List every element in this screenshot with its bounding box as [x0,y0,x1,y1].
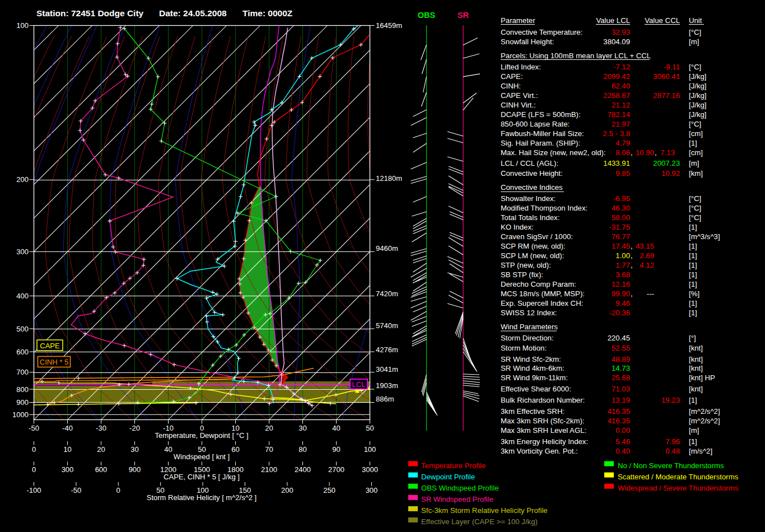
svg-text:CAPE Virt.:: CAPE Virt.: [501,91,538,100]
svg-text:[J/kg]: [J/kg] [689,91,707,100]
svg-text:[m]: [m] [689,159,699,167]
svg-text:52.55: 52.55 [612,344,630,352]
svg-text:5.46: 5.46 [615,437,630,446]
svg-text:Convective Indices: Convective Indices [501,183,563,192]
svg-text:2100: 2100 [261,465,277,474]
svg-text:886m: 886m [376,395,394,403]
svg-text:2.69: 2.69 [640,251,654,260]
svg-text:80: 80 [298,445,306,454]
svg-text:Storm Relative Helicity [ m^2: Storm Relative Helicity [ m^2/s^2 ] [147,493,256,502]
svg-text:---: --- [647,290,654,298]
svg-text:600: 600 [16,348,29,356]
svg-text:3804.09: 3804.09 [603,38,630,46]
svg-text:SR Wind 9km-11km:: SR Wind 9km-11km: [501,374,568,382]
svg-text:30: 30 [130,445,138,454]
svg-text:32.93: 32.93 [612,28,630,36]
svg-text:Exp. Supercell Index CH:: Exp. Supercell Index CH: [501,299,583,307]
svg-text:[1]: [1] [689,396,697,404]
svg-text:0.48: 0.48 [665,447,680,455]
svg-text:SR Windspeed Profile: SR Windspeed Profile [421,495,493,503]
svg-text:[1]: [1] [689,437,697,446]
svg-text:[cm]: [cm] [689,129,703,138]
svg-text:Modified Thompson Index:: Modified Thompson Index: [501,204,587,212]
svg-text:LCL: LCL [352,380,366,389]
svg-text:5740m: 5740m [376,321,398,330]
svg-text:OBS: OBS [418,11,436,20]
svg-text:Effective Layer (CAPE >= 100 J: Effective Layer (CAPE >= 100 J/kg) [421,517,538,526]
svg-text:10.92: 10.92 [661,169,680,178]
svg-text:3km Vorticity Gen. Pot.:: 3km Vorticity Gen. Pot.: [501,447,578,455]
svg-text:[m^3/s^3]: [m^3/s^3] [689,232,720,241]
svg-text:400: 400 [16,292,29,300]
svg-text:SR: SR [458,11,469,20]
svg-text:7.13: 7.13 [660,148,675,157]
svg-text:1.00: 1.00 [615,251,630,260]
svg-text:1433.91: 1433.91 [603,159,630,167]
svg-text:[1]: [1] [689,270,697,279]
svg-text:Station: 72451 Dodge City: Station: 72451 Dodge City [36,8,144,18]
svg-text:19.23: 19.23 [661,396,680,404]
svg-text:2099.42: 2099.42 [603,72,630,81]
svg-text:Unit: Unit [689,16,702,25]
svg-text:OBS Windspeed Profile: OBS Windspeed Profile [421,484,499,492]
svg-text:CINH:: CINH: [501,82,521,90]
svg-text:Storm Direction:: Storm Direction: [501,334,554,342]
svg-text:Sfc-3km Storm Relative Helicit: Sfc-3km Storm Relative Helicity Profile [421,506,548,515]
svg-text:Convective Temperature:: Convective Temperature: [501,28,582,36]
svg-text:0: 0 [32,465,36,474]
svg-text:[knt]: [knt] [689,355,703,363]
svg-text:-6.95: -6.95 [613,194,630,203]
svg-text:3km Energy Helicity Index:: 3km Energy Helicity Index: [501,437,588,446]
svg-text:2.5 - 3.8: 2.5 - 3.8 [603,129,630,138]
svg-text:,: , [655,148,657,157]
svg-text:SCP LM (new, old):: SCP LM (new, old): [501,251,564,260]
svg-text:Lifted Index:: Lifted Index: [501,63,541,71]
svg-text:[m^2/s^2]: [m^2/s^2] [689,417,720,425]
svg-text:4.12: 4.12 [640,261,654,269]
svg-text:0: 0 [116,486,120,494]
svg-text:[1]: [1] [689,251,697,260]
svg-text:2400: 2400 [295,465,311,474]
svg-text:[1]: [1] [689,139,697,147]
svg-text:[m]: [m] [689,426,699,435]
svg-text:Scattered / Moderate Thunderst: Scattered / Moderate Thunderstorms [618,473,739,481]
svg-text:Parameter: Parameter [501,16,535,25]
svg-text:[1]: [1] [689,280,697,288]
svg-text:[°C]: [°C] [689,28,701,36]
svg-text:58.00: 58.00 [612,213,630,222]
svg-text:Max. Hail Size (new, new2, old: Max. Hail Size (new, new2, old): [501,148,606,157]
svg-text:[°C]: [°C] [689,194,701,203]
svg-text:Total Totals Index:: Total Totals Index: [501,213,559,222]
svg-text:50: 50 [366,424,374,432]
svg-text:600: 600 [95,465,108,474]
svg-text:250: 250 [323,486,335,494]
svg-text:No / Non Severe Thunderstorms: No / Non Severe Thunderstorms [618,461,724,470]
svg-text:3041m: 3041m [376,365,398,374]
svg-text:,: , [631,242,633,250]
svg-text:40: 40 [164,445,172,454]
svg-text:-30: -30 [96,424,106,432]
svg-text:[knt] HP: [knt] HP [689,374,715,382]
svg-text:[°C]: [°C] [689,63,701,71]
svg-text:Derecho Comp Param:: Derecho Comp Param: [501,280,576,288]
svg-text:[1]: [1] [689,261,697,269]
svg-text:CAPE:: CAPE: [501,72,523,81]
svg-text:-40: -40 [62,424,73,432]
svg-text:Craven SigSvr / 1000:: Craven SigSvr / 1000: [501,232,573,241]
svg-text:Fawbush-Miller Hail Size:: Fawbush-Miller Hail Size: [501,129,584,138]
svg-text:,: , [631,290,633,298]
svg-text:[%]: [%] [689,290,699,298]
svg-text:800: 800 [16,385,29,394]
svg-text:-7.12: -7.12 [613,63,630,71]
svg-text:Value LCL: Value LCL [596,16,630,25]
svg-text:2700: 2700 [328,465,344,474]
svg-text:[cm]: [cm] [689,148,703,157]
svg-text:CAPE: CAPE [40,342,60,350]
svg-text:0.40: 0.40 [615,447,630,455]
svg-text:90: 90 [332,445,340,454]
svg-text:[1]: [1] [689,242,697,250]
svg-text:[J/kg]: [J/kg] [689,101,707,109]
svg-text:20: 20 [265,424,273,432]
svg-text:900: 900 [129,465,141,474]
svg-text:1903m: 1903m [376,381,398,390]
